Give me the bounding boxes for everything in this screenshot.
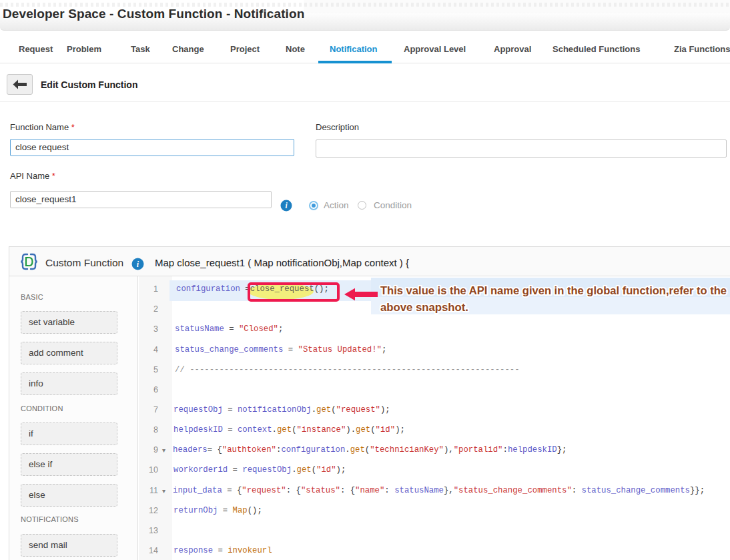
svg-text:above snapshot.: above snapshot.	[380, 302, 468, 313]
svg-text:This value is the API name giv: This value is the API name given in the …	[380, 285, 727, 296]
